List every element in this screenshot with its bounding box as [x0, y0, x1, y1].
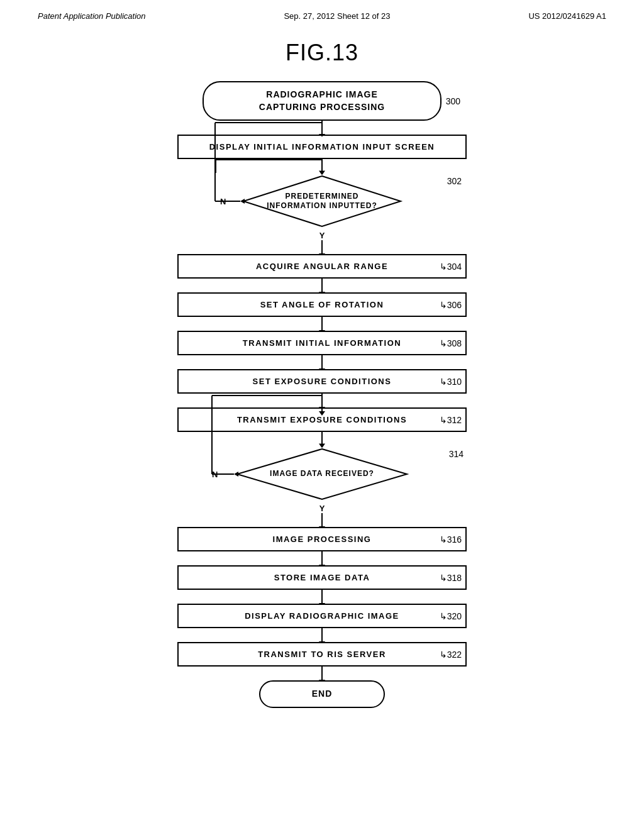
node-318: STORE IMAGE DATA: [177, 565, 467, 590]
arrow-9: [321, 513, 323, 527]
ref-322: ↳322: [440, 650, 462, 660]
n-label-314: N: [212, 470, 218, 479]
arrow-4: [321, 279, 323, 292]
node-316: IMAGE PROCESSING: [177, 527, 467, 551]
arrow-12: [321, 628, 323, 642]
ref-300: 300: [446, 96, 460, 106]
node-304: ACQUIRE ANGULAR RANGE: [177, 254, 467, 279]
arrow-11: [321, 590, 323, 604]
arrow-1: [321, 121, 323, 135]
arrow-3: [321, 240, 323, 254]
ref-312: ↳312: [440, 415, 462, 425]
ref-308: ↳308: [440, 338, 462, 348]
node-306: SET ANGLE OF ROTATION: [177, 292, 467, 317]
n-label-302: N: [220, 197, 226, 206]
node-start: RADIOGRAPHIC IMAGECAPTURING PROCESSING: [203, 81, 441, 121]
ref-318: ↳318: [440, 573, 462, 583]
y-label-314: Y: [319, 504, 325, 513]
flowchart: RADIOGRAPHIC IMAGECAPTURING PROCESSING 3…: [133, 81, 511, 708]
y-label-302: Y: [319, 231, 325, 240]
node-312: TRANSMIT EXPOSURE CONDITIONS: [177, 407, 467, 432]
ref-302: 302: [447, 176, 462, 186]
node-310: SET EXPOSURE CONDITIONS: [177, 369, 467, 394]
node-302-label: PREDETERMINEDINFORMATION INPUTTED?: [267, 192, 377, 211]
page-header: Patent Application Publication Sep. 27, …: [0, 0, 644, 27]
ref-310: ↳310: [440, 377, 462, 387]
header-center: Sep. 27, 2012 Sheet 12 of 23: [284, 11, 390, 21]
ref-306: ↳306: [440, 300, 462, 310]
diagram-area: FIG.13 RADIOGRAPHIC IMAGECAPTURING PROCE…: [0, 27, 644, 721]
arrow-10: [321, 551, 323, 565]
header-left: Patent Application Publication: [38, 11, 146, 21]
ref-304: ↳304: [440, 262, 462, 272]
node-308: TRANSMIT INITIAL INFORMATION: [177, 331, 467, 355]
node-314-label: IMAGE DATA RECEIVED?: [270, 469, 374, 479]
node-320: DISPLAY RADIOGRAPHIC IMAGE: [177, 604, 467, 628]
arrow-13: [321, 667, 323, 680]
arrow-6: [321, 355, 323, 369]
ref-316: ↳316: [440, 534, 462, 545]
figure-title: FIG.13: [286, 40, 358, 66]
ref-320: ↳320: [440, 611, 462, 621]
arrow-5: [321, 317, 323, 331]
node-322: TRANSMIT TO RIS SERVER: [177, 642, 467, 667]
arrow-7: [321, 394, 323, 407]
node-end: END: [259, 680, 385, 708]
header-right: US 2012/0241629 A1: [528, 11, 606, 21]
node-301: DISPLAY INITIAL INFORMATION INPUT SCREEN: [177, 135, 467, 159]
ref-314: 314: [449, 449, 464, 459]
